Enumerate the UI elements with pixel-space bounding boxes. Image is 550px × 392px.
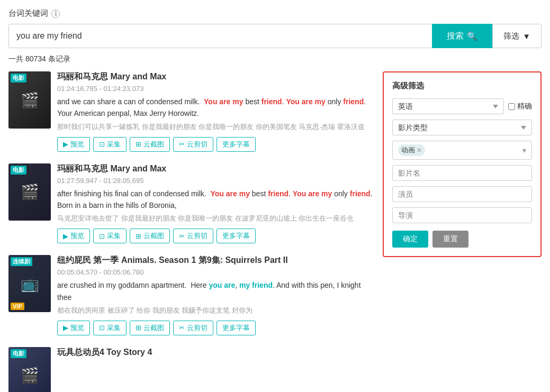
capture-icon: ⊡ <box>99 140 105 148</box>
preview-button[interactable]: ▶ 预览 <box>57 321 90 335</box>
preview-button[interactable]: ▶ 预览 <box>57 137 90 152</box>
reset-button[interactable]: 重置 <box>432 231 468 248</box>
movie-title: 玛丽和马克思 Mary and Max <box>57 163 374 175</box>
clip-icon: ✂ <box>179 232 185 240</box>
badge-movie: 电影 <box>11 166 26 175</box>
screenshot-button[interactable]: ⊞ 云截图 <box>130 137 170 152</box>
movie-thumbnail: 连续剧 VIP 📺 <box>8 255 51 312</box>
movie-thumbnail: 电影 🎬 <box>8 163 51 221</box>
clip-icon: ✂ <box>179 140 185 148</box>
filter-panel: 高级筛选 英语 中文 日语 精确 影片类型 <box>383 71 542 257</box>
label-text: 台词关键词 <box>8 8 48 19</box>
play-icon: ▶ <box>63 232 68 240</box>
subtitle-en: and we can share a can of condensed milk… <box>57 96 374 120</box>
confirm-button[interactable]: 确定 <box>392 231 428 248</box>
play-icon: ▶ <box>63 140 68 148</box>
clip-button[interactable]: ✂ 云剪切 <box>173 137 213 152</box>
filter-button[interactable]: 筛选 ▼ <box>492 24 542 48</box>
search-section: 台词关键词 ℹ 搜索 🔍 筛选 ▼ <box>8 8 542 48</box>
result-content: 玩具总动员4 Toy Story 4 <box>57 347 374 392</box>
page: 台词关键词 ℹ 搜索 🔍 筛选 ▼ 一共 80734 条记录 电影 🎬 <box>0 0 550 392</box>
filter-language-row: 英语 中文 日语 精确 <box>392 98 532 114</box>
search-label-text: 搜索 <box>447 31 464 42</box>
highlight: You are my <box>293 189 332 198</box>
filter-language-wrap: 英语 中文 日语 精确 <box>392 98 532 114</box>
remove-tag-button[interactable]: ✕ <box>417 147 422 154</box>
time-range: 01:27:59,947 - 01:28:05,695 <box>57 177 374 185</box>
capture-button[interactable]: ⊡ 采集 <box>93 137 127 152</box>
badge-movie: 电影 <box>11 74 26 83</box>
highlight: You are my <box>211 189 250 198</box>
capture-icon: ⊡ <box>99 232 105 240</box>
action-buttons: ▶ 预览 ⊡ 采集 ⊞ 云截图 ✂ 云剪切 更多字幕 <box>57 321 374 335</box>
screenshot-icon: ⊞ <box>136 324 141 332</box>
more-button[interactable]: 更多字幕 <box>217 229 256 243</box>
clip-button[interactable]: ✂ 云剪切 <box>173 229 213 243</box>
filter-director-row <box>392 207 532 223</box>
search-icon: 🔍 <box>467 31 477 41</box>
screenshot-icon: ⊞ <box>136 232 141 240</box>
tag-dropdown-icon: ▾ <box>522 146 526 154</box>
preview-button[interactable]: ▶ 预览 <box>57 229 90 243</box>
capture-button[interactable]: ⊡ 采集 <box>93 229 127 243</box>
filter-tag-animation: 动画 ✕ <box>398 144 425 156</box>
capture-button[interactable]: ⊡ 采集 <box>93 321 127 335</box>
precise-text: 精确 <box>517 102 532 111</box>
screenshot-button[interactable]: ⊞ 云截图 <box>130 321 170 335</box>
badge-movie: 电影 <box>11 349 26 358</box>
filter-label-text: 筛选 <box>503 31 519 41</box>
main-layout: 电影 🎬 玛丽和马克思 Mary and Max 01:24:16,785 - … <box>8 71 542 392</box>
movie-title: 纽约屁民 第一季 Animals. Season 1 第9集: Squirrel… <box>57 255 374 266</box>
subtitle-en: are crushed in my goddamn apartment. Her… <box>57 279 374 303</box>
search-label: 台词关键词 ℹ <box>8 8 542 19</box>
filter-title: 高级筛选 <box>392 81 532 91</box>
result-content: 玛丽和马克思 Mary and Max 01:27:59,947 - 01:28… <box>57 163 374 244</box>
precise-checkbox[interactable] <box>508 103 515 110</box>
movie-title: 玛丽和马克思 Mary and Max <box>57 71 374 83</box>
language-select[interactable]: 英语 中文 日语 <box>392 98 504 114</box>
subtitle-zh: 都在我的房间里 被压碎了 给你 我的朋友 我赐予你这支笔 封你为 <box>57 305 374 316</box>
movie-name-input[interactable] <box>392 165 532 181</box>
info-icon[interactable]: ℹ <box>51 10 60 18</box>
filter-tag-container: 动画 ✕ ▾ <box>392 141 532 160</box>
movie-thumbnail: 电影 🎬 <box>8 347 51 392</box>
search-bar: 搜索 🔍 筛选 ▼ <box>8 24 542 48</box>
highlight: You are my <box>204 97 243 106</box>
badge-vip: VIP <box>11 303 24 310</box>
clip-button[interactable]: ✂ 云剪切 <box>173 321 213 335</box>
results-list: 电影 🎬 玛丽和马克思 Mary and Max 01:24:16,785 - … <box>8 71 374 392</box>
subtitle-zh: 马克思安详地去世了 你是我最好的朋友 你是我唯一的朋友 在波罗尼亚的山坡上 你出… <box>57 213 374 224</box>
table-row: 电影 🎬 玛丽和马克思 Mary and Max 01:24:16,785 - … <box>8 71 374 152</box>
highlight: You are my <box>286 97 325 106</box>
badge-series: 连续剧 <box>11 257 32 266</box>
filter-moviename-row <box>392 165 532 181</box>
action-buttons: ▶ 预览 ⊡ 采集 ⊞ 云截图 ✂ 云剪切 更多字幕 <box>57 137 374 152</box>
table-row: 电影 🎬 玩具总动员4 Toy Story 4 <box>8 347 374 392</box>
search-input[interactable] <box>8 24 432 48</box>
time-range: 00:05:04,570 - 00:05:06,780 <box>57 268 374 276</box>
highlight: friend <box>343 97 364 106</box>
filter-genre-row: 影片类型 动画 动作 喜剧 <box>392 120 532 135</box>
screenshot-button[interactable]: ⊞ 云截图 <box>130 229 170 243</box>
result-content: 纽约屁民 第一季 Animals. Season 1 第9集: Squirrel… <box>57 255 374 335</box>
table-row: 电影 🎬 玛丽和马克思 Mary and Max 01:27:59,947 - … <box>8 163 374 244</box>
director-input[interactable] <box>392 207 532 223</box>
movie-thumbnail: 电影 🎬 <box>8 71 51 129</box>
action-buttons: ▶ 预览 ⊡ 采集 ⊞ 云截图 ✂ 云剪切 更多字幕 <box>57 229 374 243</box>
screenshot-icon: ⊞ <box>136 140 141 148</box>
more-button[interactable]: 更多字幕 <box>217 321 256 335</box>
play-icon: ▶ <box>63 324 68 332</box>
actor-input[interactable] <box>392 186 532 202</box>
capture-icon: ⊡ <box>99 324 105 332</box>
tag-text: 动画 <box>401 145 415 155</box>
more-button[interactable]: 更多字幕 <box>217 137 256 152</box>
filter-actor-row <box>392 186 532 202</box>
highlight: friend <box>268 189 288 198</box>
genre-select[interactable]: 影片类型 动画 动作 喜剧 <box>392 120 532 135</box>
subtitle-zh: 那时我们可以共享一罐炼乳 你是我最好的朋友 你是我唯一的朋友 你的美国笔友 马克… <box>57 122 374 133</box>
search-button[interactable]: 搜索 🔍 <box>432 24 492 48</box>
clip-icon: ✂ <box>179 324 185 332</box>
subtitle-en: after finishing his final can of condens… <box>57 188 374 212</box>
highlight: my friend <box>239 281 273 289</box>
result-content: 玛丽和马克思 Mary and Max 01:24:16,785 - 01:24… <box>57 71 374 152</box>
